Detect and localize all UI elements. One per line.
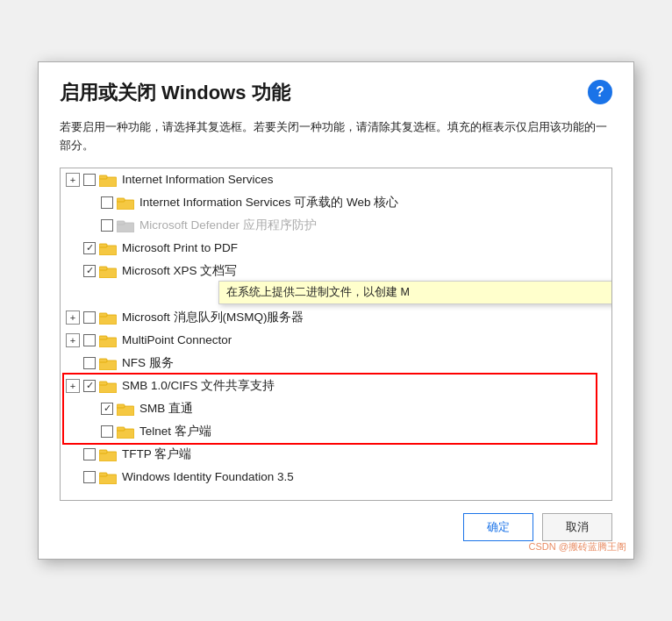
svg-rect-19 [117, 404, 125, 408]
checkbox[interactable]: ✓ [83, 380, 96, 392]
folder-icon [99, 379, 117, 393]
checkbox[interactable] [101, 196, 113, 209]
svg-rect-15 [99, 359, 107, 362]
list-item[interactable]: + ✓ SMB 1.0/CIFS 文件共享支持 [61, 375, 611, 397]
expand-placeholder [66, 264, 80, 278]
svg-rect-17 [99, 382, 107, 385]
checkbox[interactable] [83, 448, 96, 460]
item-label: Microsoft Defender 应用程序防护 [139, 218, 317, 233]
checkbox[interactable] [101, 425, 113, 438]
folder-icon [99, 470, 117, 484]
expand-placeholder [66, 241, 80, 255]
folder-icon [99, 356, 117, 370]
list-item[interactable]: Microsoft Defender 应用程序防护 [61, 214, 611, 237]
list-item[interactable]: Internet Information Services 可承载的 Web 核… [61, 191, 611, 214]
svg-rect-5 [117, 221, 125, 225]
checkbox[interactable] [83, 311, 96, 324]
list-item[interactable]: + MultiPoint Connector [61, 329, 611, 352]
expand-placeholder [66, 447, 80, 461]
item-label: Internet Information Services 可承载的 Web 核… [139, 195, 398, 211]
list-item[interactable]: Telnet 客户端 [61, 420, 611, 443]
list-item[interactable]: ✓ Microsoft XPS 文档写 [61, 260, 611, 282]
item-label: MultiPoint Connector [122, 333, 232, 346]
svg-rect-7 [99, 244, 107, 247]
folder-icon [99, 447, 117, 461]
features-list: + Internet Information Services Internet… [60, 168, 612, 501]
svg-rect-13 [99, 336, 107, 339]
svg-rect-21 [117, 427, 125, 431]
list-item[interactable]: NFS 服务 [61, 352, 611, 375]
svg-rect-11 [99, 313, 107, 317]
item-label: Microsoft Print to PDF [122, 241, 238, 254]
watermark: CSDN @搬砖蓝腾王阁 [529, 540, 626, 553]
tooltip: 在系统上提供二进制文件，以创建 M [218, 281, 612, 304]
checkbox[interactable]: ✓ [101, 403, 113, 415]
checkbox[interactable] [83, 357, 96, 369]
folder-icon [117, 425, 134, 439]
expand-placeholder [83, 218, 97, 232]
item-label: SMB 直通 [139, 401, 193, 417]
checkbox[interactable] [83, 174, 96, 186]
checkbox[interactable]: ✓ [83, 242, 96, 254]
cancel-button[interactable]: 取消 [542, 513, 612, 541]
help-button[interactable]: ? [588, 80, 612, 104]
list-item[interactable]: ✓ SMB 直通 [61, 397, 611, 420]
windows-features-dialog: 启用或关闭 Windows 功能 ? 若要启用一种功能，请选择其复选框。若要关闭… [38, 61, 634, 560]
dialog-description: 若要启用一种功能，请选择其复选框。若要关闭一种功能，请清除其复选框。填充的框表示… [60, 118, 612, 155]
folder-icon [99, 333, 117, 347]
expand-placeholder [83, 196, 97, 210]
checkbox[interactable] [83, 334, 96, 346]
ok-button[interactable]: 确定 [463, 513, 533, 541]
svg-rect-25 [99, 473, 107, 476]
list-item[interactable]: ✓ Microsoft Print to PDF [61, 237, 611, 260]
expand-button[interactable]: + [66, 310, 80, 325]
dialog-title: 启用或关闭 Windows 功能 [60, 80, 290, 106]
folder-icon [117, 402, 134, 416]
folder-icon [117, 196, 134, 210]
folder-icon [117, 218, 134, 232]
list-item[interactable]: TFTP 客户端 [61, 443, 611, 466]
item-label: SMB 1.0/CIFS 文件共享支持 [122, 378, 275, 394]
dialog-header: 启用或关闭 Windows 功能 ? [60, 80, 612, 106]
list-item[interactable]: + Microsoft 消息队列(MSMQ)服务器 [61, 306, 611, 329]
item-label: Internet Information Services [122, 173, 274, 186]
folder-icon [99, 173, 117, 187]
svg-rect-23 [99, 450, 107, 453]
item-label: Telnet 客户端 [139, 424, 211, 439]
expand-placeholder [83, 402, 97, 416]
item-label: Microsoft 消息队列(MSMQ)服务器 [122, 310, 304, 325]
list-item[interactable]: + Internet Information Services [61, 168, 611, 191]
item-label: Microsoft XPS 文档写 [122, 263, 237, 279]
dialog-footer: 确定 取消 [60, 513, 612, 541]
svg-rect-1 [99, 175, 107, 179]
folder-icon [99, 264, 117, 278]
checkbox[interactable]: ✓ [83, 265, 96, 277]
expand-button[interactable]: + [66, 379, 80, 393]
expand-placeholder [83, 425, 97, 439]
folder-icon [99, 241, 117, 255]
expand-placeholder [66, 356, 80, 370]
svg-rect-3 [117, 198, 125, 202]
expand-button[interactable]: + [66, 333, 80, 347]
checkbox[interactable] [101, 219, 113, 232]
svg-rect-9 [99, 267, 107, 270]
folder-icon [99, 310, 117, 325]
item-label: TFTP 客户端 [122, 446, 191, 462]
list-item[interactable]: Windows Identity Foundation 3.5 [61, 466, 611, 489]
checkbox[interactable] [83, 471, 96, 483]
expand-placeholder [66, 470, 80, 484]
item-label: NFS 服务 [122, 355, 174, 371]
item-label: Windows Identity Foundation 3.5 [122, 470, 294, 483]
expand-button[interactable]: + [66, 173, 80, 187]
